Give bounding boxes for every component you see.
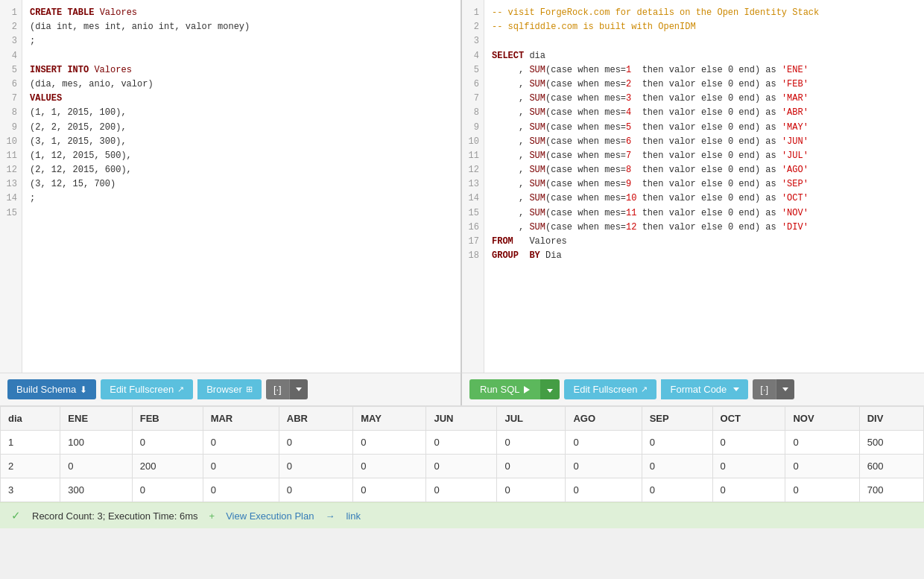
main-container: 12345 678910 1112131415 CREATE TABLE Val… <box>0 0 924 528</box>
table-cell: 1 <box>1 431 60 455</box>
browser-label: Browser <box>206 384 242 395</box>
table-cell: 500 <box>859 431 923 455</box>
view-execution-plan-link[interactable]: View Execution Plan <box>226 510 314 522</box>
table-cell: 0 <box>566 455 642 478</box>
table-cell: 0 <box>426 431 497 455</box>
table-cell: 0 <box>353 431 426 455</box>
edit-fullscreen-right-label: Edit Fullscreen <box>573 384 637 395</box>
left-bracket-button[interactable]: [·] <box>266 379 289 399</box>
right-code-area[interactable]: 12345 678910 1112131415 161718 -- visit … <box>462 0 924 373</box>
col-header-may: MAY <box>353 407 426 431</box>
results-table: dia ENE FEB MAR ABR MAY JUN JUL AGO SEP … <box>0 406 924 502</box>
right-bracket-dropdown[interactable] <box>776 379 794 399</box>
plus-icon: + <box>209 510 215 522</box>
table-row: 20200000000000600 <box>1 455 924 478</box>
status-bar: ✓ Record Count: 3; Execution Time: 6ms +… <box>0 502 924 528</box>
format-code-label: Format Code <box>670 384 727 395</box>
right-code-content[interactable]: -- visit ForgeRock.com for details on th… <box>484 0 924 373</box>
table-cell: 0 <box>642 431 712 455</box>
arrow-icon: → <box>325 510 335 522</box>
col-header-feb: FEB <box>132 407 203 431</box>
browser-button-group: Browser ⊞ <box>197 379 262 399</box>
browser-button[interactable]: Browser ⊞ <box>197 379 262 399</box>
left-code-area[interactable]: 12345 678910 1112131415 CREATE TABLE Val… <box>0 0 461 373</box>
right-bracket-button[interactable]: [·] <box>753 379 776 399</box>
table-cell: 0 <box>497 478 566 502</box>
table-header-row: dia ENE FEB MAR ABR MAY JUN JUL AGO SEP … <box>1 407 924 431</box>
col-header-ago: AGO <box>566 407 642 431</box>
col-header-nov: NOV <box>785 407 859 431</box>
table-cell: 0 <box>642 455 712 478</box>
table-cell: 0 <box>132 431 203 455</box>
right-editor: 12345 678910 1112131415 161718 -- visit … <box>462 0 924 373</box>
play-icon <box>524 386 530 393</box>
run-sql-group: Run SQL <box>469 379 560 399</box>
table-cell: 0 <box>497 455 566 478</box>
table-cell: 0 <box>203 431 279 455</box>
right-bracket-group: [·] <box>753 379 794 399</box>
left-line-numbers: 12345 678910 1112131415 <box>0 0 22 373</box>
left-toolbar: Build Schema ⬇ Edit Fullscreen ↗ Browser… <box>0 373 462 405</box>
table-cell: 700 <box>859 478 923 502</box>
format-caret-icon <box>733 387 739 391</box>
table-cell: 0 <box>712 478 785 502</box>
table-cell: 0 <box>132 478 203 502</box>
col-header-dia: dia <box>1 407 60 431</box>
col-header-div: DIV <box>859 407 923 431</box>
edit-fullscreen-left-label: Edit Fullscreen <box>110 384 174 395</box>
table-cell: 0 <box>203 455 279 478</box>
edit-fullscreen-right-button[interactable]: Edit Fullscreen ↗ <box>564 379 656 399</box>
table-cell: 0 <box>203 478 279 502</box>
right-bracket-label: [·] <box>760 384 768 395</box>
col-header-mar: MAR <box>203 407 279 431</box>
format-code-group: Format Code <box>661 379 748 399</box>
left-bracket-group: [·] <box>266 379 308 399</box>
col-header-ene: ENE <box>60 407 132 431</box>
table-cell: 600 <box>859 455 923 478</box>
table-cell: 0 <box>279 478 352 502</box>
left-editor: 12345 678910 1112131415 CREATE TABLE Val… <box>0 0 462 373</box>
editors-container: 12345 678910 1112131415 CREATE TABLE Val… <box>0 0 924 373</box>
left-bracket-dropdown[interactable] <box>289 379 308 399</box>
col-header-abr: ABR <box>279 407 352 431</box>
table-cell: 0 <box>712 431 785 455</box>
expand-right-icon: ↗ <box>641 385 648 394</box>
edit-fullscreen-left-button[interactable]: Edit Fullscreen ↗ <box>101 379 193 399</box>
run-sql-button[interactable]: Run SQL <box>469 379 540 399</box>
table-cell: 2 <box>1 455 60 478</box>
results-section: dia ENE FEB MAR ABR MAY JUN JUL AGO SEP … <box>0 406 924 502</box>
record-count: Record Count: 3; Execution Time: 6ms <box>32 510 198 522</box>
toolbars-row: Build Schema ⬇ Edit Fullscreen ↗ Browser… <box>0 373 924 406</box>
table-cell: 0 <box>785 431 859 455</box>
run-sql-dropdown[interactable] <box>540 379 560 399</box>
build-schema-label: Build Schema <box>16 384 76 395</box>
build-schema-button[interactable]: Build Schema ⬇ <box>7 379 96 399</box>
link-anchor[interactable]: link <box>346 510 361 522</box>
table-cell: 100 <box>60 431 132 455</box>
caret-icon <box>296 387 302 391</box>
table-cell: 300 <box>60 478 132 502</box>
col-header-sep: SEP <box>642 407 712 431</box>
col-header-jun: JUN <box>426 407 497 431</box>
right-caret-icon <box>782 387 788 391</box>
table-cell: 3 <box>1 478 60 502</box>
table-cell: 0 <box>497 431 566 455</box>
table-row: 11000000000000500 <box>1 431 924 455</box>
table-cell: 0 <box>566 478 642 502</box>
run-sql-label: Run SQL <box>480 384 519 395</box>
table-cell: 0 <box>279 431 352 455</box>
table-cell: 0 <box>642 478 712 502</box>
table-cell: 0 <box>785 455 859 478</box>
left-code-content[interactable]: CREATE TABLE Valores (dia int, mes int, … <box>22 0 461 373</box>
table-cell: 0 <box>60 455 132 478</box>
table-cell: 0 <box>426 478 497 502</box>
table-cell: 0 <box>785 478 859 502</box>
run-caret-icon <box>547 389 553 393</box>
left-bracket-label: [·] <box>273 384 282 395</box>
table-row: 33000000000000700 <box>1 478 924 502</box>
format-code-button[interactable]: Format Code <box>661 379 748 399</box>
right-line-numbers: 12345 678910 1112131415 161718 <box>462 0 484 373</box>
table-cell: 0 <box>712 455 785 478</box>
download-icon: ⬇ <box>80 385 87 395</box>
col-header-oct: OCT <box>712 407 785 431</box>
